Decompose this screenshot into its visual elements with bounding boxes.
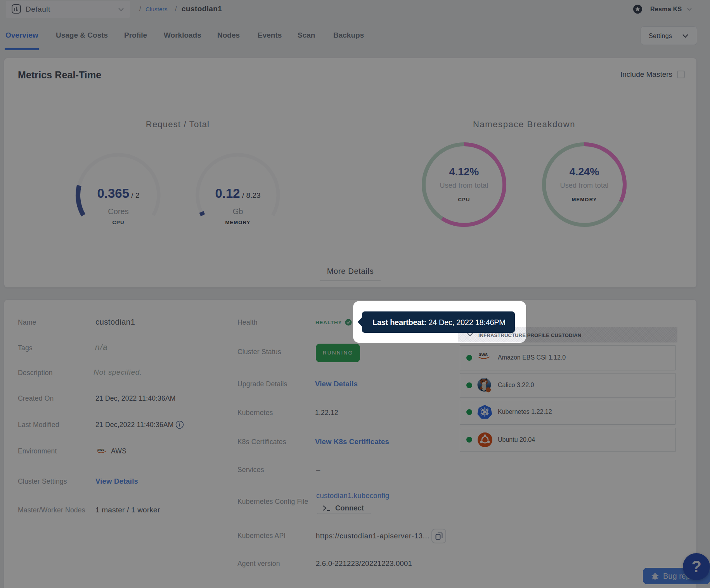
svg-text:aws: aws: [97, 447, 105, 451]
svg-text:aws: aws: [479, 352, 488, 357]
